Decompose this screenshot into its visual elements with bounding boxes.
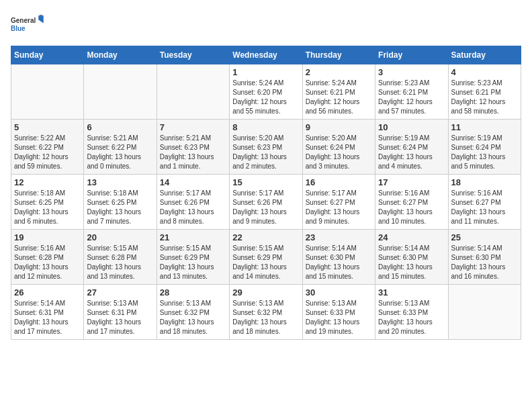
day-info: Sunrise: 5:17 AM Sunset: 6:26 PM Dayligh… (160, 189, 226, 226)
day-number: 22 (232, 232, 299, 242)
calendar-cell: 11Sunrise: 5:19 AM Sunset: 6:24 PM Dayli… (448, 120, 521, 175)
day-number: 27 (87, 287, 153, 298)
day-info: Sunrise: 5:24 AM Sunset: 6:20 PM Dayligh… (232, 79, 299, 116)
day-info: Sunrise: 5:13 AM Sunset: 6:33 PM Dayligh… (306, 299, 372, 336)
day-number: 11 (451, 122, 518, 132)
day-number: 7 (160, 122, 226, 132)
day-info: Sunrise: 5:14 AM Sunset: 6:30 PM Dayligh… (451, 244, 518, 281)
day-number: 5 (14, 122, 81, 132)
calendar-cell: 5Sunrise: 5:22 AM Sunset: 6:22 PM Daylig… (11, 120, 84, 175)
calendar-cell: 21Sunrise: 5:15 AM Sunset: 6:29 PM Dayli… (157, 230, 229, 285)
day-number: 15 (232, 177, 299, 187)
day-info: Sunrise: 5:20 AM Sunset: 6:23 PM Dayligh… (232, 134, 299, 171)
svg-text:General: General (11, 17, 36, 24)
calendar-cell: 24Sunrise: 5:14 AM Sunset: 6:30 PM Dayli… (375, 230, 448, 285)
calendar-cell: 20Sunrise: 5:15 AM Sunset: 6:28 PM Dayli… (84, 230, 157, 285)
weekday-header-saturday: Saturday (448, 46, 521, 64)
calendar-cell: 10Sunrise: 5:19 AM Sunset: 6:24 PM Dayli… (375, 120, 448, 175)
calendar-cell: 4Sunrise: 5:23 AM Sunset: 6:21 PM Daylig… (448, 64, 521, 120)
day-number: 18 (451, 177, 518, 187)
week-row-3: 12Sunrise: 5:18 AM Sunset: 6:25 PM Dayli… (11, 175, 521, 230)
day-info: Sunrise: 5:13 AM Sunset: 6:32 PM Dayligh… (160, 299, 226, 336)
calendar-cell: 28Sunrise: 5:13 AM Sunset: 6:32 PM Dayli… (157, 285, 229, 340)
week-row-4: 19Sunrise: 5:16 AM Sunset: 6:28 PM Dayli… (11, 230, 521, 285)
weekday-header-friday: Friday (375, 46, 448, 64)
calendar-cell: 12Sunrise: 5:18 AM Sunset: 6:25 PM Dayli… (11, 175, 84, 230)
svg-marker-3 (38, 15, 44, 15)
day-number: 4 (451, 67, 518, 77)
day-info: Sunrise: 5:16 AM Sunset: 6:27 PM Dayligh… (378, 189, 445, 226)
calendar-table: SundayMondayTuesdayWednesdayThursdayFrid… (11, 46, 521, 340)
calendar-cell: 1Sunrise: 5:24 AM Sunset: 6:20 PM Daylig… (230, 64, 302, 120)
weekday-header-monday: Monday (84, 46, 157, 64)
day-info: Sunrise: 5:14 AM Sunset: 6:30 PM Dayligh… (378, 244, 445, 281)
weekday-header-thursday: Thursday (302, 46, 375, 64)
day-number: 23 (306, 232, 372, 242)
day-info: Sunrise: 5:21 AM Sunset: 6:22 PM Dayligh… (87, 134, 153, 171)
day-info: Sunrise: 5:19 AM Sunset: 6:24 PM Dayligh… (378, 134, 445, 171)
calendar-cell: 18Sunrise: 5:16 AM Sunset: 6:27 PM Dayli… (448, 175, 521, 230)
day-info: Sunrise: 5:15 AM Sunset: 6:29 PM Dayligh… (232, 244, 299, 281)
day-info: Sunrise: 5:24 AM Sunset: 6:21 PM Dayligh… (306, 79, 372, 116)
day-number: 29 (232, 287, 299, 298)
weekday-header-tuesday: Tuesday (157, 46, 229, 64)
day-number: 10 (378, 122, 445, 132)
day-number: 6 (87, 122, 153, 132)
week-row-5: 26Sunrise: 5:14 AM Sunset: 6:31 PM Dayli… (11, 285, 521, 340)
day-number: 14 (160, 177, 226, 187)
day-number: 1 (232, 67, 299, 77)
week-row-2: 5Sunrise: 5:22 AM Sunset: 6:22 PM Daylig… (11, 120, 521, 175)
day-number: 24 (378, 232, 445, 242)
svg-marker-2 (38, 15, 44, 23)
day-number: 2 (306, 67, 372, 77)
day-number: 25 (451, 232, 518, 242)
weekday-header-wednesday: Wednesday (230, 46, 302, 64)
day-number: 16 (306, 177, 372, 187)
day-number: 12 (14, 177, 81, 187)
weekday-header-sunday: Sunday (11, 46, 84, 64)
day-number: 21 (160, 232, 226, 242)
calendar-cell: 26Sunrise: 5:14 AM Sunset: 6:31 PM Dayli… (11, 285, 84, 340)
calendar-cell: 23Sunrise: 5:14 AM Sunset: 6:30 PM Dayli… (302, 230, 375, 285)
day-number: 8 (232, 122, 299, 132)
calendar-cell: 3Sunrise: 5:23 AM Sunset: 6:21 PM Daylig… (375, 64, 448, 120)
day-info: Sunrise: 5:18 AM Sunset: 6:25 PM Dayligh… (87, 189, 153, 226)
calendar-cell (84, 64, 157, 120)
day-number: 30 (306, 287, 372, 298)
day-number: 9 (306, 122, 372, 132)
calendar-cell: 22Sunrise: 5:15 AM Sunset: 6:29 PM Dayli… (230, 230, 302, 285)
day-number: 31 (378, 287, 445, 298)
day-info: Sunrise: 5:20 AM Sunset: 6:24 PM Dayligh… (306, 134, 372, 171)
calendar-cell: 17Sunrise: 5:16 AM Sunset: 6:27 PM Dayli… (375, 175, 448, 230)
day-info: Sunrise: 5:16 AM Sunset: 6:27 PM Dayligh… (451, 189, 518, 226)
day-info: Sunrise: 5:17 AM Sunset: 6:26 PM Dayligh… (232, 189, 299, 226)
day-number: 19 (14, 232, 81, 242)
calendar-cell: 30Sunrise: 5:13 AM Sunset: 6:33 PM Dayli… (302, 285, 375, 340)
day-info: Sunrise: 5:15 AM Sunset: 6:29 PM Dayligh… (160, 244, 226, 281)
calendar-cell: 7Sunrise: 5:21 AM Sunset: 6:23 PM Daylig… (157, 120, 229, 175)
day-number: 20 (87, 232, 153, 242)
day-info: Sunrise: 5:16 AM Sunset: 6:28 PM Dayligh… (14, 244, 81, 281)
calendar-cell: 6Sunrise: 5:21 AM Sunset: 6:22 PM Daylig… (84, 120, 157, 175)
day-info: Sunrise: 5:23 AM Sunset: 6:21 PM Dayligh… (378, 79, 445, 116)
day-info: Sunrise: 5:22 AM Sunset: 6:22 PM Dayligh… (14, 134, 81, 171)
day-info: Sunrise: 5:14 AM Sunset: 6:30 PM Dayligh… (306, 244, 372, 281)
day-info: Sunrise: 5:14 AM Sunset: 6:31 PM Dayligh… (14, 299, 81, 336)
calendar-cell: 16Sunrise: 5:17 AM Sunset: 6:27 PM Dayli… (302, 175, 375, 230)
logo: General Blue (11, 11, 44, 38)
calendar-cell: 27Sunrise: 5:13 AM Sunset: 6:31 PM Dayli… (84, 285, 157, 340)
day-info: Sunrise: 5:13 AM Sunset: 6:33 PM Dayligh… (378, 299, 445, 336)
day-number: 3 (378, 67, 445, 77)
calendar-cell: 2Sunrise: 5:24 AM Sunset: 6:21 PM Daylig… (302, 64, 375, 120)
calendar-cell: 8Sunrise: 5:20 AM Sunset: 6:23 PM Daylig… (230, 120, 302, 175)
day-info: Sunrise: 5:18 AM Sunset: 6:25 PM Dayligh… (14, 189, 81, 226)
calendar-cell (448, 285, 521, 340)
calendar-cell: 31Sunrise: 5:13 AM Sunset: 6:33 PM Dayli… (375, 285, 448, 340)
calendar-cell: 29Sunrise: 5:13 AM Sunset: 6:32 PM Dayli… (230, 285, 302, 340)
svg-text:Blue: Blue (11, 25, 26, 32)
weekday-header-row: SundayMondayTuesdayWednesdayThursdayFrid… (11, 46, 521, 64)
day-info: Sunrise: 5:21 AM Sunset: 6:23 PM Dayligh… (160, 134, 226, 171)
calendar-cell: 9Sunrise: 5:20 AM Sunset: 6:24 PM Daylig… (302, 120, 375, 175)
logo-svg: General Blue (11, 11, 44, 38)
calendar-cell: 15Sunrise: 5:17 AM Sunset: 6:26 PM Dayli… (230, 175, 302, 230)
